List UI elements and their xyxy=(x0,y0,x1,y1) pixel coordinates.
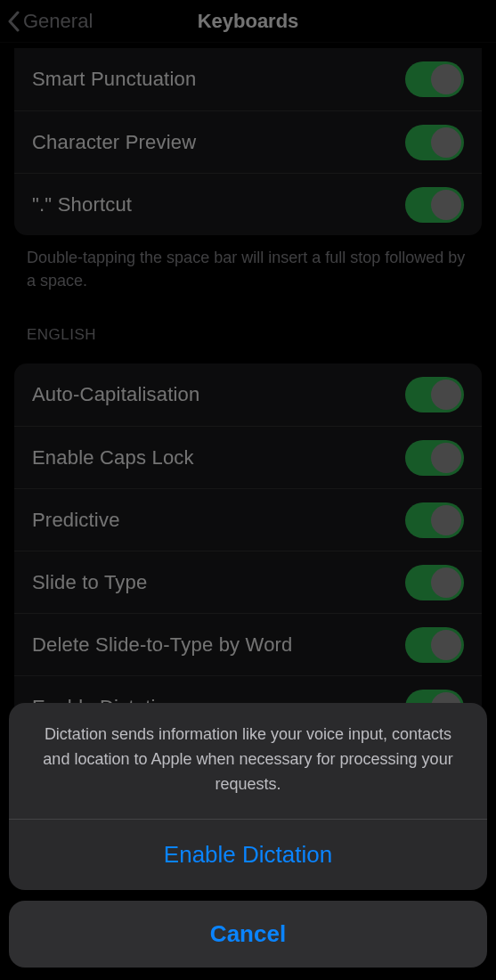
row-delete-slide-by-word[interactable]: Delete Slide-to-Type by Word xyxy=(14,613,482,675)
toggle-knob xyxy=(431,505,461,535)
toggle-knob xyxy=(431,64,461,94)
toggle-period-shortcut[interactable] xyxy=(405,187,464,223)
enable-dictation-button[interactable]: Enable Dictation xyxy=(9,820,487,890)
navbar: General Keyboards xyxy=(0,0,496,43)
page-title: Keyboards xyxy=(198,10,299,33)
toggle-slide-to-type[interactable] xyxy=(405,565,464,600)
row-label: Predictive xyxy=(32,509,120,532)
row-label: Character Preview xyxy=(32,131,196,154)
row-period-shortcut[interactable]: "." Shortcut xyxy=(14,173,482,235)
row-predictive[interactable]: Predictive xyxy=(14,488,482,551)
cancel-button[interactable]: Cancel xyxy=(9,901,487,968)
row-character-preview[interactable]: Character Preview xyxy=(14,110,482,173)
row-enable-caps-lock[interactable]: Enable Caps Lock xyxy=(14,426,482,488)
toggle-knob xyxy=(431,190,461,220)
toggle-enable-caps-lock[interactable] xyxy=(405,440,464,476)
group-footer-text: Double-tapping the space bar will insert… xyxy=(0,235,496,292)
action-sheet-message: Dictation sends information like your vo… xyxy=(9,703,487,819)
toggle-character-preview[interactable] xyxy=(405,125,464,160)
back-label: General xyxy=(23,10,93,33)
row-label: Smart Punctuation xyxy=(32,68,196,91)
toggle-knob xyxy=(431,630,461,660)
back-button[interactable]: General xyxy=(7,0,93,42)
toggle-predictive[interactable] xyxy=(405,502,464,538)
row-auto-capitalisation[interactable]: Auto-Capitalisation xyxy=(14,363,482,426)
toggle-knob xyxy=(431,443,461,473)
row-label: Delete Slide-to-Type by Word xyxy=(32,633,293,657)
row-label: Enable Caps Lock xyxy=(32,446,194,470)
toggle-delete-slide-by-word[interactable] xyxy=(405,627,464,663)
row-label: Slide to Type xyxy=(32,571,147,594)
toggle-knob xyxy=(431,127,461,158)
row-smart-punctuation[interactable]: Smart Punctuation xyxy=(14,48,482,110)
toggle-smart-punctuation[interactable] xyxy=(405,61,464,97)
settings-group-english: Auto-Capitalisation Enable Caps Lock Pre… xyxy=(14,363,482,738)
section-header-english: ENGLISH xyxy=(0,292,496,351)
toggle-knob xyxy=(431,568,461,598)
row-label: "." Shortcut xyxy=(32,193,132,216)
action-sheet-card: Dictation sends information like your vo… xyxy=(9,703,487,890)
row-label: Auto-Capitalisation xyxy=(32,383,199,406)
chevron-left-icon xyxy=(7,11,20,32)
action-sheet: Dictation sends information like your vo… xyxy=(9,703,487,968)
row-slide-to-type[interactable]: Slide to Type xyxy=(14,551,482,613)
settings-group-all-keyboards: Smart Punctuation Character Preview "." … xyxy=(14,48,482,235)
toggle-knob xyxy=(431,380,461,410)
toggle-auto-capitalisation[interactable] xyxy=(405,377,464,412)
